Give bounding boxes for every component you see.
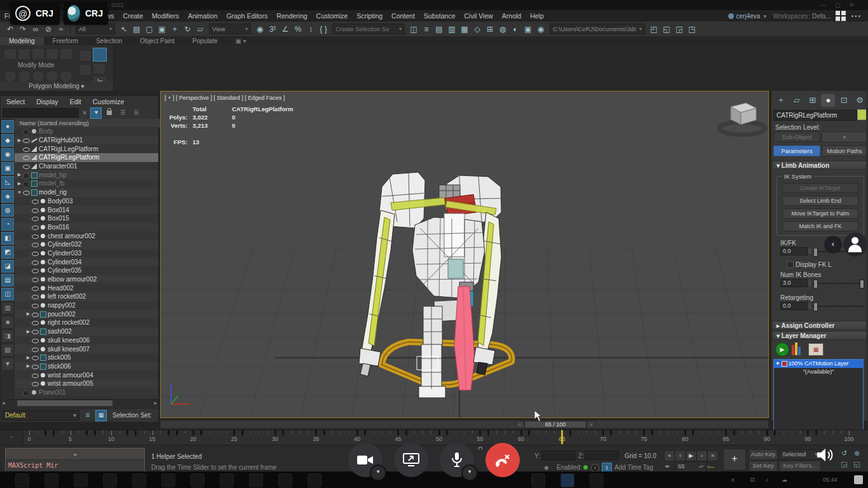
retargeting-spinner[interactable]: 0.0 [780, 302, 808, 310]
tray-cloud-icon[interactable]: ☁ [782, 477, 787, 483]
spinner-snap-icon[interactable]: ↕ [304, 22, 317, 36]
adaptive-degradation-icon[interactable]: ◈ [544, 464, 549, 471]
visibility-eye-icon[interactable] [32, 206, 39, 214]
visibility-eye-icon[interactable] [32, 345, 39, 353]
visibility-eye-icon[interactable] [23, 188, 31, 196]
listener-expand-icon[interactable]: ⌄ [6, 449, 144, 460]
hscroll-right-icon[interactable]: ▸ [154, 400, 157, 407]
explorer-row[interactable]: ▶ model_hp [15, 170, 158, 179]
menu-item[interactable]: Animation [188, 12, 218, 20]
taskbar-icon[interactable] [249, 473, 263, 487]
visibility-eye-icon[interactable] [32, 310, 39, 318]
hscroll-left-icon[interactable]: ◂ [2, 400, 5, 407]
explorer-row[interactable]: nappy002 [15, 301, 158, 310]
expand-arrow-icon[interactable]: ▶ [25, 355, 32, 360]
zoom-region-icon[interactable]: ◲ [839, 459, 850, 469]
visibility-eye-icon[interactable] [23, 388, 31, 396]
go-to-end-icon[interactable]: » [707, 451, 718, 461]
current-frame-spinner[interactable]: 65▴▾ [675, 461, 707, 472]
ribbon-tab[interactable]: Selection [87, 37, 131, 45]
user-account-menu[interactable]: cerj4eva▾ [728, 13, 767, 20]
motion-tab-icon[interactable]: ● [821, 94, 835, 107]
ribbon-button-1[interactable] [4, 48, 17, 60]
cat-figure-icon[interactable] [792, 342, 804, 355]
explorer-row[interactable]: Box015 [15, 214, 158, 223]
modify-mode-label[interactable]: Modify Mode [18, 62, 54, 69]
create-selection-set-dropdown[interactable]: Create Selection Se▾ [332, 24, 405, 34]
explorer-menu-item[interactable]: Select [6, 98, 25, 105]
explorer-row[interactable]: Cylinder033 [15, 249, 158, 258]
explorer-row[interactable]: Body [15, 127, 158, 136]
explorer-row[interactable]: ▶ stick005 [15, 353, 158, 362]
explorer-row[interactable]: right rocket002 [15, 318, 158, 327]
time-slider-handle[interactable]: ‹ 65 / 100 › [515, 421, 595, 428]
participants-icon[interactable] [843, 233, 867, 257]
view-cube[interactable] [719, 103, 765, 135]
expand-arrow-icon[interactable]: ▼ [16, 190, 23, 194]
explorer-row[interactable]: Plane001 [15, 388, 158, 397]
window-controls[interactable]: —▢✕ [820, 0, 863, 10]
y-coord-field[interactable] [541, 451, 576, 460]
layer-grid-icon[interactable]: ▦ [808, 343, 824, 356]
ribbon-button-3[interactable] [32, 48, 44, 60]
set-keys-button[interactable]: + [723, 449, 746, 470]
window-crossing-icon[interactable]: ▣ [156, 22, 168, 36]
visibility-eye-icon[interactable] [23, 153, 31, 161]
sort-mode-icon[interactable]: ▥ [1, 302, 14, 315]
ik-system-button[interactable]: Create IKTarget [782, 183, 858, 193]
visibility-eye-icon[interactable] [32, 258, 39, 266]
selection-lock-icon[interactable] [475, 449, 483, 456]
toggle-scene-explorer-icon[interactable]: ▤ [433, 22, 445, 36]
explorer-row[interactable]: ▼ model_rig [15, 188, 158, 197]
polygon-modeling-bar[interactable]: Polygon Modeling ▾ [0, 81, 113, 91]
explorer-row[interactable]: Cylinder034 [15, 257, 158, 266]
ribbon-config-icon[interactable]: ▣ ▾ [226, 37, 255, 45]
display-particles-icon[interactable]: ◧ [1, 232, 14, 245]
call-sidebar-toggle[interactable]: ‹ [824, 233, 867, 257]
go-to-start-icon[interactable]: « [664, 451, 675, 461]
ribbon-tab[interactable]: Modeling [0, 37, 44, 45]
screen-share-button[interactable] [394, 443, 428, 477]
select-and-scale-icon[interactable]: ▱ [194, 22, 207, 36]
scene-tool-3-icon[interactable]: ◲ [673, 22, 686, 36]
prev-frame-icon[interactable]: ‹ [515, 421, 524, 428]
scene-tool-1-icon[interactable]: ◰ [648, 22, 660, 36]
explorer-row[interactable]: ▶ pouch002 [15, 309, 158, 318]
taskbar-icon[interactable] [44, 473, 58, 487]
menu-item[interactable]: Create [123, 12, 144, 20]
visibility-eye-icon[interactable] [32, 327, 39, 336]
toggle-ribbon-icon[interactable]: ▦ [458, 22, 471, 36]
sub-object-button[interactable]: Sub-Object [773, 132, 820, 142]
toggle-layer-explorer-icon[interactable]: ▥ [445, 22, 458, 36]
select-and-rotate-icon[interactable]: ↻ [181, 22, 194, 36]
timeline-ruler[interactable]: + 05101520253035404550556065707580859095… [0, 430, 868, 446]
visibility-eye-icon[interactable] [32, 336, 39, 344]
taskbar-icon[interactable] [161, 473, 175, 487]
ik-system-button[interactable]: Match IK and FK [782, 221, 858, 231]
display-helpers-icon[interactable]: ◺ [1, 176, 14, 189]
menu-item[interactable]: Customize [316, 12, 348, 20]
utilities-tab-icon[interactable]: ⚙ [853, 94, 867, 107]
key-selection-dropdown[interactable]: Selected▾ [779, 449, 821, 460]
taskbar-icon[interactable] [132, 473, 146, 487]
visibility-eye-icon[interactable] [32, 266, 39, 274]
ribbon-button-2[interactable] [18, 48, 31, 60]
explorer-row[interactable]: ▶ sash002 [15, 327, 158, 336]
display-groups-icon[interactable]: ◪ [1, 260, 14, 273]
scene-tool-2-icon[interactable]: ◱ [660, 22, 673, 36]
project-path-dropdown[interactable]: C:\Users\CeRJ\Documents\3dsMax▾ [550, 24, 645, 34]
display-containers-icon[interactable]: ◔ [1, 218, 14, 231]
taskbar-icon[interactable] [531, 473, 545, 487]
visibility-eye-icon[interactable] [23, 162, 31, 170]
explorer-menu-item[interactable]: Display [36, 98, 58, 105]
ribbon-tab[interactable]: Populate [184, 37, 226, 45]
microphone-options-chevron-icon[interactable]: ▾ [461, 464, 478, 481]
next-key-icon[interactable]: › [696, 451, 707, 461]
mirror-icon[interactable]: ◫ [407, 22, 420, 36]
sub-object-level-dropdown[interactable]: ▾ [822, 132, 867, 142]
ribbon-tab[interactable]: Freeform [44, 37, 88, 45]
taskbar-icon[interactable] [590, 473, 604, 487]
ribbon-button-9[interactable] [46, 71, 58, 82]
ribbon-button-6[interactable] [4, 71, 17, 82]
taskbar-icon[interactable] [191, 473, 205, 487]
